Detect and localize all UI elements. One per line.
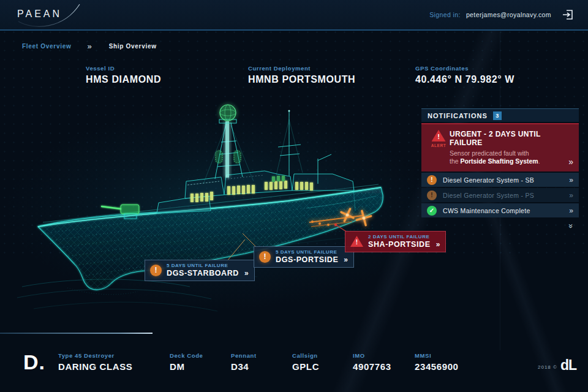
notification-label: Diesel Generator System - PS — [443, 192, 534, 199]
signed-in-email: peterjames@royalnavy.com — [466, 11, 551, 18]
urgent-text: URGENT - 2 DAYS UNTIL FAILURE Sensor pre… — [450, 130, 573, 165]
chevron-down-icon[interactable]: » — [566, 224, 575, 228]
vls-modules — [190, 176, 313, 202]
callout-dgs-starboard[interactable]: ! 5 DAYS UNTIL FAILURE DGS-STARBOARD » — [145, 260, 255, 281]
alert-triangle-icon: ! — [432, 130, 446, 141]
signed-in-area: Signed in: peterjames@royalnavy.com — [429, 11, 551, 18]
callout-timeline: 5 DAYS UNTIL FAILURE — [276, 249, 347, 255]
footer-separator-line — [0, 333, 153, 334]
callout-dgs-portside[interactable]: ! 5 DAYS UNTIL FAILURE DGS-PORTSIDE » — [254, 246, 354, 268]
copyright-text: 2018 © — [538, 364, 557, 370]
chevron-right-icon: » — [569, 206, 573, 215]
notifications-header: NOTIFICATIONS 3 — [421, 108, 579, 122]
mmsi-label: MMSI — [415, 352, 459, 359]
warning-icon: ! — [427, 190, 437, 200]
notifications-title: NOTIFICATIONS — [428, 112, 488, 119]
logout-button[interactable] — [561, 8, 575, 21]
brand-logo: dL — [560, 357, 576, 374]
callsign-field: Callsign GPLC — [292, 352, 319, 372]
mmsi-value: 23456900 — [415, 361, 459, 372]
ship-class-value: DARING CLASS — [58, 361, 132, 372]
urgent-notification[interactable]: ! ALERT URGENT - 2 DAYS UNTIL FAILURE Se… — [421, 123, 579, 172]
deck-code-field: Deck Code DM — [170, 352, 203, 372]
mast-capsule-lights — [216, 151, 241, 163]
breadcrumb-separator-icon: » — [87, 42, 90, 51]
callsign-value: GPLC — [292, 361, 319, 372]
chevron-right-icon: » — [569, 176, 573, 184]
callout-system: DGS-STARBOARD — [167, 269, 239, 277]
mmsi-field: MMSI 23456900 — [415, 352, 459, 372]
callout-timeline: 5 DAYS UNTIL FAILURE — [167, 263, 248, 268]
app-logo-text: PAEAN — [17, 9, 62, 20]
warning-icon: ! — [150, 265, 162, 276]
check-icon: ✓ — [427, 206, 437, 216]
breadcrumb-fleet-overview[interactable]: Fleet Overview — [22, 43, 71, 50]
aft-mast — [276, 110, 331, 184]
chevron-right-icon: » — [344, 256, 347, 263]
warning-icon: ! — [259, 251, 271, 263]
notification-row-cws[interactable]: ✓ CWS Maintenance Complete » — [421, 203, 579, 217]
deck-code-label: Deck Code — [170, 352, 203, 359]
vessel-id-field: Vessel ID HMS DIAMOND — [86, 65, 161, 85]
notifications-panel: NOTIFICATIONS 3 ! ALERT URGENT - 2 DAYS … — [421, 108, 579, 231]
ship-class-label: Type 45 Destroyer — [58, 352, 132, 359]
propulsion-fault-highlight — [309, 206, 373, 227]
alert-triangle-icon: ! — [350, 236, 363, 247]
callout-system: SHA-PORTSIDE — [368, 240, 431, 249]
gps-label: GPS Coordinates — [415, 65, 514, 72]
notification-row-dgs-ps[interactable]: ! Diesel Generator System - PS » — [421, 188, 579, 202]
callout-timeline: 2 DAYS UNTIL FAILURE — [368, 234, 439, 239]
chevron-right-icon: » — [568, 157, 573, 166]
notifications-expand: » — [421, 220, 579, 231]
breadcrumb-ship-overview: Ship Overview — [109, 43, 157, 50]
pennant-field: Pennant D34 — [231, 352, 257, 372]
gps-field: GPS Coordinates 40.446° N 79.982° W — [415, 65, 514, 85]
top-bar: PAEAN Signed in: peterjames@royalnavy.co… — [0, 0, 588, 31]
chevron-right-icon: » — [569, 191, 573, 200]
notification-label: Diesel Generator System - SB — [443, 176, 534, 184]
notification-label: CWS Maintenance Complete — [443, 207, 530, 214]
ship-superstructure — [157, 171, 354, 213]
callsign-label: Callsign — [292, 352, 319, 359]
class-letter: D. — [23, 350, 45, 374]
imo-field: IMO 4907763 — [353, 352, 391, 372]
pennant-label: Pennant — [231, 352, 257, 359]
ship-overview-screen: PAEAN Signed in: peterjames@royalnavy.co… — [0, 0, 588, 392]
main-mast — [203, 119, 254, 184]
urgent-body: Sensor predicated fault withthe Portside… — [450, 149, 573, 165]
ship-class-field: Type 45 Destroyer DARING CLASS — [58, 352, 132, 372]
callout-system: DGS-PORTSIDE — [276, 255, 338, 264]
deployment-value: HMNB PORTSMOUTH — [248, 74, 355, 85]
app-logo: PAEAN — [13, 1, 87, 29]
signed-in-label: Signed in: — [429, 11, 461, 18]
radar-dome — [220, 105, 236, 121]
alert-icon-column: ! ALERT — [428, 130, 450, 165]
logout-icon — [562, 9, 574, 21]
warning-icon: ! — [427, 175, 437, 185]
gps-value: 40.446° N 79.982° W — [415, 74, 514, 85]
callout-sha-portside[interactable]: ! 2 DAYS UNTIL FAILURE SHA-PORTSIDE » — [345, 231, 446, 252]
deployment-field: Current Deployment HMNB PORTSMOUTH — [248, 65, 355, 85]
deck-code-value: DM — [170, 361, 203, 372]
bow-gun-turret — [102, 205, 139, 219]
imo-label: IMO — [353, 352, 391, 359]
breadcrumb: Fleet Overview » Ship Overview — [22, 42, 157, 51]
pennant-value: D34 — [231, 361, 257, 372]
urgent-title: URGENT - 2 DAYS UNTIL FAILURE — [450, 130, 573, 147]
notification-row-dgs-sb[interactable]: ! Diesel Generator System - SB » — [421, 173, 579, 187]
vessel-id-label: Vessel ID — [86, 65, 161, 72]
chevron-right-icon: » — [436, 241, 440, 248]
chevron-right-icon: » — [244, 270, 248, 277]
vessel-id-value: HMS DIAMOND — [86, 74, 161, 85]
notifications-count-badge: 3 — [493, 111, 502, 120]
deployment-label: Current Deployment — [248, 65, 355, 72]
alert-label: ALERT — [431, 143, 447, 148]
imo-value: 4907763 — [353, 361, 391, 372]
